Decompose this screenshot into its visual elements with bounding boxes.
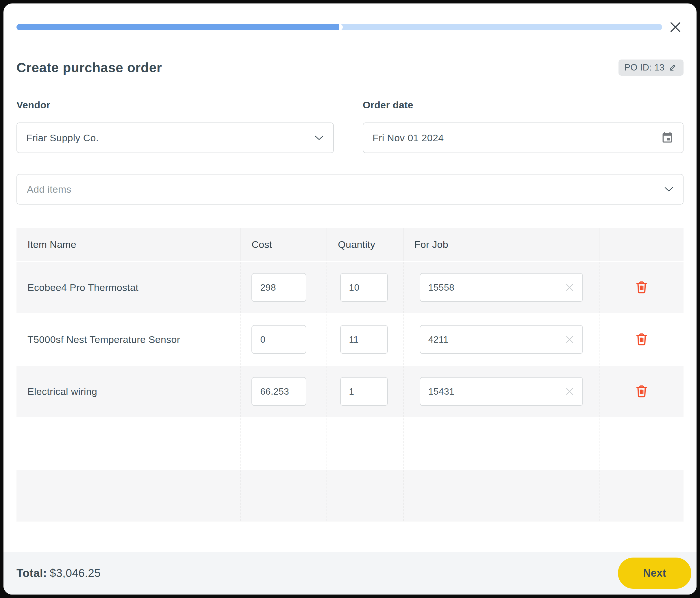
- po-id-badge[interactable]: PO ID: 13: [619, 59, 683, 76]
- edit-icon: [669, 63, 678, 72]
- delete-item-button[interactable]: [633, 331, 650, 348]
- trash-icon: [634, 280, 649, 295]
- clear-job-button[interactable]: [561, 279, 578, 296]
- total-value: $3,046.25: [50, 567, 101, 579]
- order-date-label: Order date: [363, 99, 683, 111]
- item-name: T5000sf Nest Temperature Sensor: [17, 314, 241, 365]
- clear-x-icon: [565, 282, 575, 293]
- quantity-input[interactable]: [340, 377, 388, 406]
- next-button[interactable]: Next: [618, 557, 691, 589]
- quantity-input[interactable]: [340, 273, 388, 302]
- vendor-select[interactable]: Friar Supply Co.: [17, 123, 334, 153]
- order-date-input[interactable]: Fri Nov 01 2024: [363, 123, 683, 153]
- for-job-input[interactable]: [420, 386, 561, 397]
- trash-icon: [634, 332, 649, 347]
- delete-item-button[interactable]: [633, 383, 650, 400]
- modal-footer: Total:$3,046.25 Next: [3, 552, 697, 595]
- clear-x-icon: [565, 386, 575, 397]
- total-label: Total:: [17, 567, 47, 579]
- for-job-input[interactable]: [420, 282, 561, 293]
- column-header-item-name: Item Name: [17, 228, 241, 261]
- create-purchase-order-modal: Create purchase order PO ID: 13 Vendor F…: [3, 3, 697, 595]
- delete-item-button[interactable]: [633, 279, 650, 296]
- order-date-field: Order date Fri Nov 01 2024: [363, 99, 683, 153]
- calendar-icon: [661, 131, 674, 144]
- chevron-down-icon: [664, 186, 674, 192]
- modal-topbar: [17, 19, 683, 35]
- clear-job-button[interactable]: [561, 331, 578, 348]
- column-header-quantity: Quantity: [327, 228, 403, 261]
- cost-input[interactable]: [251, 377, 306, 406]
- trash-icon: [634, 384, 649, 399]
- column-header-actions: [599, 228, 683, 261]
- chevron-down-icon: [314, 135, 324, 141]
- vendor-field: Vendor Friar Supply Co.: [17, 99, 334, 153]
- column-header-for-job: For Job: [403, 228, 600, 261]
- vendor-selected-value: Friar Supply Co.: [26, 132, 99, 144]
- table-header-row: Item Name Cost Quantity For Job: [17, 228, 683, 262]
- close-button[interactable]: [667, 19, 683, 35]
- order-total: Total:$3,046.25: [17, 567, 101, 579]
- cost-input[interactable]: [251, 273, 306, 302]
- progress-bar-fill: [17, 24, 343, 30]
- table-row: T5000sf Nest Temperature Sensor: [17, 314, 683, 366]
- items-table: Item Name Cost Quantity For Job Ecobee4 …: [17, 228, 683, 521]
- page-title: Create purchase order: [17, 60, 162, 75]
- order-date-value: Fri Nov 01 2024: [373, 132, 444, 144]
- table-row: Ecobee4 Pro Thermostat: [17, 262, 683, 314]
- table-row: Electrical wiring: [17, 366, 683, 418]
- clear-x-icon: [565, 334, 575, 345]
- column-header-cost: Cost: [241, 228, 327, 261]
- for-job-input-wrapper: [420, 273, 583, 302]
- for-job-input-wrapper: [420, 325, 583, 354]
- clear-job-button[interactable]: [561, 383, 578, 400]
- add-items-select[interactable]: [17, 174, 683, 205]
- add-items-input[interactable]: [26, 183, 664, 195]
- close-icon: [669, 21, 682, 34]
- for-job-input-wrapper: [420, 377, 583, 406]
- cost-input[interactable]: [251, 325, 306, 354]
- for-job-input[interactable]: [420, 334, 561, 345]
- item-name: Electrical wiring: [17, 366, 241, 417]
- item-name: Ecobee4 Pro Thermostat: [17, 262, 241, 313]
- progress-bar: [17, 24, 662, 30]
- quantity-input[interactable]: [340, 325, 388, 354]
- table-row-empty: [17, 470, 683, 521]
- po-id-text: PO ID: 13: [624, 62, 665, 73]
- table-row-empty: [17, 418, 683, 470]
- vendor-label: Vendor: [17, 99, 334, 111]
